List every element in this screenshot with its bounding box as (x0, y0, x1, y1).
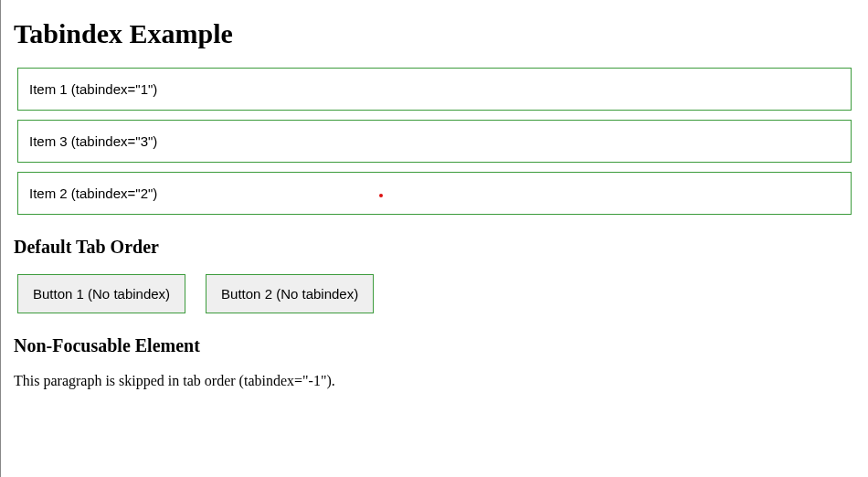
section-heading-nonfocusable: Non-Focusable Element (14, 335, 855, 356)
cursor-dot-icon (379, 194, 383, 197)
item-label: Item 2 (tabindex="2") (29, 186, 157, 201)
item-label: Item 1 (tabindex="1") (29, 81, 157, 97)
button-1[interactable]: Button 1 (No tabindex) (17, 274, 185, 313)
tabindex-item-1[interactable]: Item 1 (tabindex="1") (17, 68, 852, 111)
nonfocusable-paragraph: This paragraph is skipped in tab order (… (14, 373, 855, 389)
page-title: Tabindex Example (14, 18, 855, 49)
tabindex-item-2[interactable]: Item 2 (tabindex="2") (17, 172, 852, 215)
button-row: Button 1 (No tabindex) Button 2 (No tabi… (17, 274, 852, 313)
section-heading-default-order: Default Tab Order (14, 237, 855, 258)
tabindex-item-3[interactable]: Item 3 (tabindex="3") (17, 120, 852, 163)
button-2[interactable]: Button 2 (No tabindex) (206, 274, 374, 313)
item-label: Item 3 (tabindex="3") (29, 133, 157, 149)
